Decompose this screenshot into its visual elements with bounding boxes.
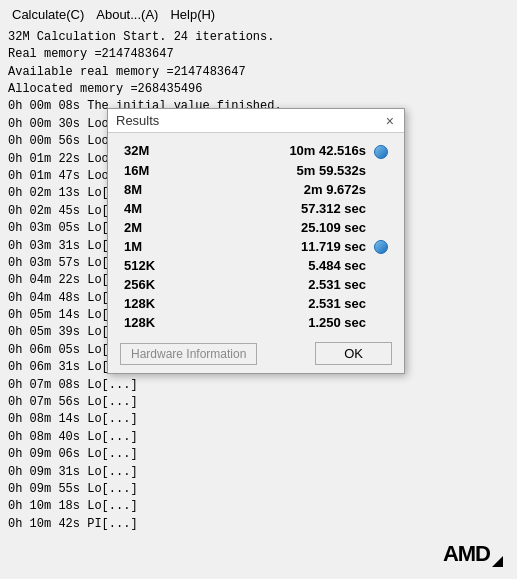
result-size: 16M (120, 161, 180, 180)
result-globe (370, 180, 392, 199)
terminal-line: 32M Calculation Start. 24 iterations. (8, 29, 509, 46)
result-size: 4M (120, 199, 180, 218)
menubar[interactable]: Calculate(C) About...(A) Help(H) (8, 6, 509, 25)
result-time: 57.312 sec (180, 199, 370, 218)
result-time: 25.109 sec (180, 218, 370, 237)
result-globe (370, 161, 392, 180)
table-row: 128K1.250 sec (120, 313, 392, 332)
table-row: 1M11.719 sec (120, 237, 392, 257)
ok-button[interactable]: OK (315, 342, 392, 365)
menu-about[interactable]: About...(A) (92, 6, 162, 25)
table-row: 4M57.312 sec (120, 199, 392, 218)
result-globe (370, 199, 392, 218)
result-globe (370, 218, 392, 237)
terminal-line: 0h 10m 18s Lo[...] (8, 498, 509, 515)
result-globe (370, 294, 392, 313)
result-time: 2.531 sec (180, 275, 370, 294)
result-size: 128K (120, 313, 180, 332)
terminal-line: 0h 09m 31s Lo[...] (8, 464, 509, 481)
result-size: 2M (120, 218, 180, 237)
globe-icon (374, 240, 388, 254)
result-size: 128K (120, 294, 180, 313)
terminal-line: 0h 07m 08s Lo[...] (8, 377, 509, 394)
dialog-footer: Hardware Information OK (108, 336, 404, 373)
dialog-close-button[interactable]: × (384, 114, 396, 128)
hardware-info-button[interactable]: Hardware Information (120, 343, 257, 365)
result-size: 256K (120, 275, 180, 294)
result-globe (370, 275, 392, 294)
table-row: 512K5.484 sec (120, 256, 392, 275)
result-globe (370, 256, 392, 275)
result-time: 10m 42.516s (180, 141, 370, 161)
terminal-line: Allocated memory =268435496 (8, 81, 509, 98)
menu-calculate[interactable]: Calculate(C) (8, 6, 88, 25)
result-size: 32M (120, 141, 180, 161)
terminal-line: 0h 09m 55s Lo[...] (8, 481, 509, 498)
table-row: 128K2.531 sec (120, 294, 392, 313)
dialog-titlebar: Results × (108, 109, 404, 133)
result-size: 512K (120, 256, 180, 275)
terminal-line: 0h 08m 14s Lo[...] (8, 411, 509, 428)
results-table: 32M10m 42.516s16M5m 59.532s8M2m 9.672s4M… (120, 141, 392, 332)
table-row: 2M25.109 sec (120, 218, 392, 237)
terminal-line: 0h 08m 40s Lo[...] (8, 429, 509, 446)
result-size: 8M (120, 180, 180, 199)
amd-arrow-icon (492, 556, 503, 567)
globe-icon (374, 145, 388, 159)
dialog-title: Results (116, 113, 159, 128)
table-row: 16M5m 59.532s (120, 161, 392, 180)
menu-help[interactable]: Help(H) (166, 6, 219, 25)
terminal-line: 0h 07m 56s Lo[...] (8, 394, 509, 411)
result-time: 5.484 sec (180, 256, 370, 275)
result-time: 11.719 sec (180, 237, 370, 257)
result-time: 2m 9.672s (180, 180, 370, 199)
terminal-line: Real memory =2147483647 (8, 46, 509, 63)
result-time: 2.531 sec (180, 294, 370, 313)
result-globe (370, 141, 392, 161)
results-dialog: Results × 32M10m 42.516s16M5m 59.532s8M2… (107, 108, 405, 374)
table-row: 256K2.531 sec (120, 275, 392, 294)
result-time: 5m 59.532s (180, 161, 370, 180)
amd-logo: AMD (443, 541, 503, 567)
terminal-line: Available real memory =2147483647 (8, 64, 509, 81)
result-size: 1M (120, 237, 180, 257)
terminal-line: 0h 09m 06s Lo[...] (8, 446, 509, 463)
amd-text: AMD (443, 541, 490, 566)
terminal-line: 0h 10m 42s PI[...] (8, 516, 509, 533)
result-globe (370, 237, 392, 257)
dialog-body: 32M10m 42.516s16M5m 59.532s8M2m 9.672s4M… (108, 133, 404, 336)
result-time: 1.250 sec (180, 313, 370, 332)
result-globe (370, 313, 392, 332)
table-row: 8M2m 9.672s (120, 180, 392, 199)
table-row: 32M10m 42.516s (120, 141, 392, 161)
